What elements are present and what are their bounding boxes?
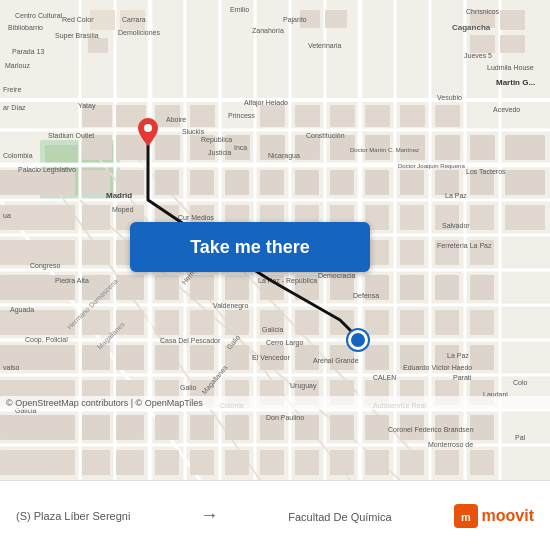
svg-text:Uruguay: Uruguay [290, 382, 317, 390]
svg-text:Alfajor Helado: Alfajor Helado [244, 99, 288, 107]
svg-text:Congreso: Congreso [30, 262, 60, 270]
svg-text:Martin G...: Martin G... [496, 78, 535, 87]
svg-rect-72 [225, 170, 249, 195]
svg-rect-121 [0, 310, 75, 335]
svg-rect-35 [90, 10, 115, 30]
svg-rect-48 [260, 105, 285, 127]
svg-rect-64 [435, 135, 460, 160]
svg-text:Zanahoría: Zanahoría [252, 27, 284, 34]
svg-text:Chrìsnicos: Chrìsnicos [466, 8, 500, 15]
route-info: (S) Plaza Líber Seregni [16, 510, 130, 522]
origin-station: (S) Plaza Líber Seregni [16, 510, 130, 522]
svg-rect-174 [82, 450, 110, 475]
svg-rect-175 [116, 450, 144, 475]
svg-text:La Paz: La Paz [447, 352, 469, 359]
svg-text:Centro Cultural: Centro Cultural [15, 12, 63, 19]
svg-text:Justicia: Justicia [208, 149, 231, 156]
svg-text:Emilio: Emilio [230, 6, 249, 13]
svg-rect-66 [505, 135, 545, 160]
svg-rect-178 [225, 450, 249, 475]
svg-rect-37 [88, 38, 108, 53]
svg-text:Arenal Grande: Arenal Grande [313, 357, 359, 364]
svg-rect-164 [190, 415, 214, 440]
svg-text:Parada 13: Parada 13 [12, 48, 44, 55]
svg-rect-94 [505, 205, 545, 230]
svg-text:Eduardo Víctor Haedo: Eduardo Víctor Haedo [403, 364, 472, 371]
moovit-logo: m moovit [454, 504, 534, 528]
take-me-there-button[interactable]: Take me there [130, 222, 370, 272]
svg-rect-91 [400, 205, 424, 230]
svg-text:Acevedo: Acevedo [493, 106, 520, 113]
svg-text:Freire: Freire [3, 86, 21, 93]
svg-text:Aguada: Aguada [10, 306, 34, 314]
svg-text:Pal: Pal [515, 434, 526, 441]
svg-rect-120 [470, 275, 494, 300]
destination-info: Facultad De Química [288, 507, 391, 525]
svg-text:Piedra Alta: Piedra Alta [55, 277, 89, 284]
svg-rect-181 [330, 450, 354, 475]
svg-text:República: República [201, 136, 232, 144]
svg-text:Palacio Legislativo: Palacio Legislativo [18, 166, 76, 174]
svg-rect-176 [155, 450, 179, 475]
svg-rect-136 [116, 345, 144, 370]
svg-rect-130 [365, 310, 389, 335]
svg-rect-184 [435, 450, 459, 475]
svg-text:La Paz - República: La Paz - República [258, 277, 317, 285]
svg-rect-43 [500, 35, 525, 53]
svg-text:Vesubio: Vesubio [437, 94, 462, 101]
svg-rect-110 [116, 275, 144, 300]
svg-text:ar Díaz: ar Díaz [3, 104, 26, 111]
svg-rect-74 [295, 170, 319, 195]
svg-text:Veterinaria: Veterinaria [308, 42, 342, 49]
svg-rect-49 [295, 105, 320, 127]
copyright-text: © OpenStreetMap contributors | © OpenMap… [6, 398, 203, 408]
svg-rect-118 [400, 275, 424, 300]
svg-text:Constitución: Constitución [306, 132, 345, 139]
svg-rect-179 [260, 450, 284, 475]
moovit-text: moovit [482, 507, 534, 525]
svg-text:Moped: Moped [112, 206, 134, 214]
svg-text:Carrara: Carrara [122, 16, 146, 23]
svg-rect-160 [0, 415, 75, 440]
svg-text:Cur Medios: Cur Medios [178, 214, 214, 221]
station-name: Plaza Líber Seregni [34, 510, 131, 522]
svg-text:Cagancha: Cagancha [452, 23, 491, 32]
svg-text:El Vencedor: El Vencedor [252, 354, 290, 361]
svg-text:CALEN: CALEN [373, 374, 396, 381]
svg-text:Los Tacteros: Los Tacteros [466, 168, 506, 175]
svg-text:Salvador: Salvador [442, 222, 470, 229]
svg-text:Ferretería La Paz: Ferretería La Paz [437, 242, 492, 249]
svg-text:valso: valso [3, 364, 19, 371]
svg-rect-96 [82, 240, 110, 265]
copyright-bar: © OpenStreetMap contributors | © OpenMap… [0, 396, 550, 410]
svg-rect-185 [470, 450, 494, 475]
svg-text:Coop. Policial: Coop. Policial [25, 336, 68, 344]
svg-rect-162 [116, 415, 144, 440]
svg-rect-75 [330, 170, 354, 195]
svg-rect-137 [155, 345, 179, 370]
svg-text:Doctor Martín C. Martínez: Doctor Martín C. Martínez [350, 147, 419, 153]
svg-text:Galio: Galio [180, 384, 196, 391]
station-prefix: (S) [16, 510, 31, 522]
destination-marker [348, 330, 368, 350]
svg-rect-182 [365, 450, 389, 475]
svg-rect-80 [505, 170, 545, 195]
bottom-bar: (S) Plaza Líber Seregni → Facultad De Qu… [0, 480, 550, 550]
svg-text:Madrid: Madrid [106, 191, 132, 200]
svg-rect-65 [470, 135, 495, 160]
svg-rect-135 [82, 345, 110, 370]
svg-rect-113 [225, 275, 249, 300]
svg-rect-128 [295, 310, 319, 335]
svg-rect-133 [470, 310, 494, 335]
svg-rect-119 [435, 275, 459, 300]
svg-text:Stadium Outlet: Stadium Outlet [48, 132, 94, 139]
svg-rect-126 [225, 310, 249, 335]
svg-rect-138 [190, 345, 214, 370]
svg-text:Colombia: Colombia [3, 152, 33, 159]
svg-rect-53 [435, 105, 460, 127]
svg-rect-82 [82, 205, 110, 230]
svg-text:La Paz: La Paz [445, 192, 467, 199]
svg-rect-183 [400, 450, 424, 475]
destination-name: Facultad De Química [288, 511, 391, 523]
svg-rect-180 [295, 450, 319, 475]
